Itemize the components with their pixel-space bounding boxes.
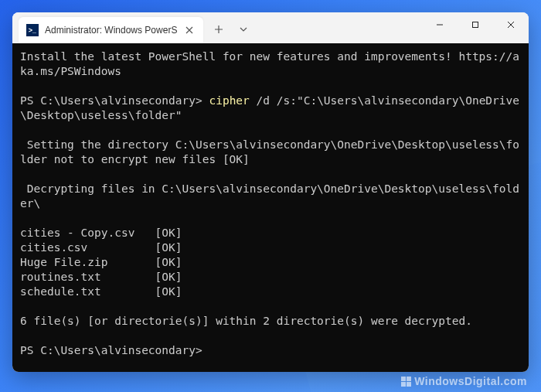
tab-dropdown-button[interactable] [231, 17, 256, 42]
output-summary: 6 file(s) [or directorie(s)] within 2 di… [20, 315, 472, 327]
watermark-text: WindowsDigital.com [414, 375, 527, 387]
command-name: cipher [209, 94, 249, 107]
powershell-icon: >_ [26, 24, 39, 36]
prompt-prefix: PS C:\Users\alvinsecondary> [20, 94, 209, 107]
app-window: >_ Administrator: Windows PowerS Install [12, 12, 529, 372]
tab-title: Administrator: Windows PowerS [45, 25, 177, 36]
output-setdir: Setting the directory C:\Users\alvinseco… [20, 138, 519, 165]
watermark: WindowsDigital.com [401, 375, 527, 387]
file-result: Huge File.zip [OK] [20, 256, 182, 268]
windows-logo-icon [401, 377, 411, 387]
titlebar: >_ Administrator: Windows PowerS [12, 12, 529, 43]
new-tab-button[interactable] [206, 17, 231, 42]
terminal-output[interactable]: Install the latest PowerShell for new fe… [12, 43, 529, 372]
tab-active[interactable]: >_ Administrator: Windows PowerS [19, 17, 203, 43]
output-decrypt-header: Decrypting files in C:\Users\alvinsecond… [20, 182, 519, 210]
minimize-button[interactable] [422, 12, 458, 37]
svg-rect-0 [473, 22, 478, 28]
tab-close-button[interactable] [183, 24, 196, 36]
file-result: schedule.txt [OK] [20, 285, 182, 298]
file-result: cities - Copy.csv [OK] [20, 227, 182, 239]
window-controls [422, 12, 529, 37]
banner-text: Install the latest PowerShell for new fe… [20, 50, 519, 77]
file-result: routines.txt [OK] [20, 271, 182, 283]
prompt-idle: PS C:\Users\alvinsecondary> [20, 344, 202, 356]
close-button[interactable] [493, 12, 529, 37]
maximize-button[interactable] [458, 12, 493, 37]
file-result: cities.csv [OK] [20, 241, 182, 254]
